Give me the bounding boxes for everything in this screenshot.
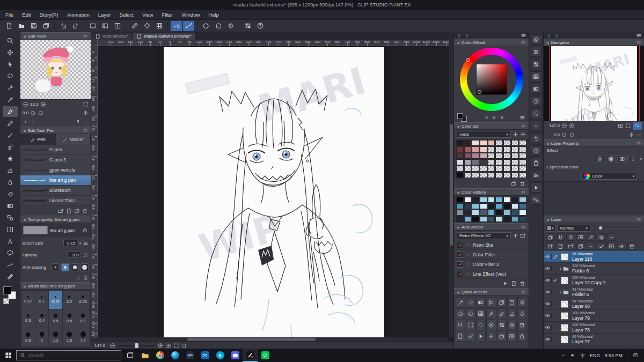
brush-size-0.7[interactable]: 0.7	[76, 309, 90, 328]
color-swatch[interactable]	[456, 159, 464, 165]
eraser-tool[interactable]	[3, 165, 18, 176]
history-swatch[interactable]	[488, 197, 495, 203]
auto-action-header[interactable]: ◀Auto Action	[454, 223, 529, 231]
expand-chevron-icon[interactable]	[465, 271, 471, 277]
history-swatch[interactable]	[511, 216, 519, 222]
duplicate-layer-button[interactable]	[576, 242, 586, 250]
color-wheel-header[interactable]: ◀Color Wheel	[454, 39, 529, 46]
rotate-view-left-button[interactable]	[200, 21, 211, 31]
menu-item-layer[interactable]: Layer	[98, 12, 111, 18]
color-swatch[interactable]	[472, 172, 479, 178]
new-vector-layer-button[interactable]	[556, 242, 565, 250]
history-swatch[interactable]	[511, 197, 519, 203]
sv-marker[interactable]	[478, 90, 481, 94]
color-swatch[interactable]	[488, 140, 495, 146]
brush-size-1.5[interactable]: 1.5	[63, 328, 76, 346]
brush-size-0.07[interactable]: 0.07	[21, 291, 35, 309]
action-folder-button[interactable]	[520, 233, 526, 239]
opacity-value[interactable]: 100	[67, 252, 81, 258]
history-swatch[interactable]	[456, 210, 464, 216]
color-swatch[interactable]	[472, 153, 479, 159]
color-swatch[interactable]	[503, 159, 511, 165]
brush-size-0.15[interactable]: 0.15	[49, 291, 62, 309]
color-swatch[interactable]	[495, 153, 503, 159]
zoom-slider[interactable]	[118, 345, 155, 346]
actual-size-button[interactable]	[625, 123, 631, 129]
foreground-swatch[interactable]	[457, 113, 463, 119]
visibility-eye-icon[interactable]	[544, 254, 552, 260]
more-options-icon[interactable]	[636, 132, 642, 138]
brush-size-0.6[interactable]: 0.6	[63, 309, 76, 328]
quick-access-item-20[interactable]	[517, 320, 527, 330]
quick-access-item-16[interactable]	[476, 320, 486, 330]
sub-view-flip-button[interactable]	[83, 110, 89, 116]
dock-all-sides-view[interactable]	[531, 195, 542, 205]
quick-access-item-18[interactable]	[497, 320, 507, 330]
quick-access-item-3[interactable]	[486, 297, 496, 308]
search-input[interactable]	[28, 353, 118, 358]
chrome-taskbar-button[interactable]	[152, 349, 167, 362]
history-swatch[interactable]	[464, 203, 472, 209]
color-swatch[interactable]	[519, 153, 526, 159]
panel-menu-icon[interactable]	[83, 33, 88, 39]
dock-history[interactable]	[531, 133, 542, 143]
line-correction-tool[interactable]	[3, 260, 18, 270]
layer-thumbnail[interactable]	[559, 277, 570, 284]
layer-cmd-clip[interactable]	[556, 233, 565, 241]
history-swatch[interactable]	[456, 197, 464, 203]
auto-action-color-filter-2[interactable]: Color Filter 2	[454, 260, 529, 269]
layer-property-header[interactable]: ◀Layer Property	[544, 139, 644, 147]
quick-access-item-13[interactable]	[517, 308, 527, 319]
actual-size-button[interactable]	[173, 343, 179, 349]
color-swatch[interactable]	[480, 140, 487, 146]
expand-chevron-icon[interactable]	[465, 242, 471, 248]
color-history-header[interactable]: ◀Color History	[454, 188, 529, 196]
sub-view-rotate-right-button[interactable]	[38, 110, 43, 116]
history-swatch[interactable]	[488, 210, 495, 216]
history-swatch[interactable]	[480, 197, 487, 203]
dock-menu-icon[interactable]	[636, 33, 642, 39]
redo-button[interactable]	[70, 21, 81, 31]
opacity-options-button[interactable]	[83, 252, 89, 258]
layer-thumbnail[interactable]	[559, 253, 570, 261]
color-swatch[interactable]	[495, 159, 503, 165]
clip-studio-taskbar-button[interactable]	[243, 349, 258, 362]
brush-size-0.1[interactable]: 0.1	[35, 291, 49, 309]
document-tab-madea-leafwild[interactable]: madea leafwild extreme*	[133, 33, 195, 40]
menu-item-animation[interactable]: Animation	[67, 12, 90, 18]
menu-item-file[interactable]: File	[5, 12, 13, 18]
color-set-header[interactable]: ◀Color set	[454, 122, 529, 130]
show-layer-button[interactable]	[617, 242, 626, 250]
pencil-tool[interactable]	[3, 118, 18, 129]
dock-menu-icon[interactable]	[521, 33, 526, 39]
horizontal-scrollbar[interactable]	[91, 337, 448, 342]
new-folder-button[interactable]	[566, 242, 575, 250]
quick-access-item-14[interactable]	[456, 320, 465, 330]
action-checkbox[interactable]	[457, 271, 463, 277]
color-swatch[interactable]	[511, 146, 519, 152]
hue-marker[interactable]	[466, 58, 470, 62]
history-swatch[interactable]	[495, 203, 503, 209]
quick-access-item-6[interactable]	[517, 297, 527, 308]
quick-access-item-22[interactable]	[466, 331, 475, 342]
delete-layer-button[interactable]	[627, 242, 636, 250]
sub-tool-header[interactable]: ◀Sub Tool: Pen	[20, 127, 91, 134]
add-color-button[interactable]	[513, 131, 518, 137]
scrollbar-thumb[interactable]	[187, 338, 316, 341]
rotate-view-right-button[interactable]	[213, 21, 224, 31]
layer-check-icon[interactable]	[552, 278, 559, 283]
brush-item-line-art-g-pen[interactable]: line art g pen	[20, 175, 91, 186]
play-action-button[interactable]	[502, 280, 508, 286]
quick-access-item-21[interactable]	[456, 331, 465, 342]
taskbar-search[interactable]	[16, 350, 121, 360]
color-swatch[interactable]	[464, 159, 472, 165]
line-app-taskbar-button[interactable]	[258, 349, 273, 362]
layer-cmd-blend[interactable]	[546, 233, 555, 241]
color-swatch[interactable]	[488, 146, 495, 152]
new-document-button[interactable]	[3, 21, 14, 31]
color-swatch[interactable]	[519, 146, 526, 152]
panel-menu-icon[interactable]	[636, 217, 641, 222]
color-swatch[interactable]	[511, 159, 519, 165]
sub-view-rotate-left-button[interactable]	[30, 110, 36, 116]
fit-to-navigator-toggle[interactable]	[633, 122, 642, 130]
